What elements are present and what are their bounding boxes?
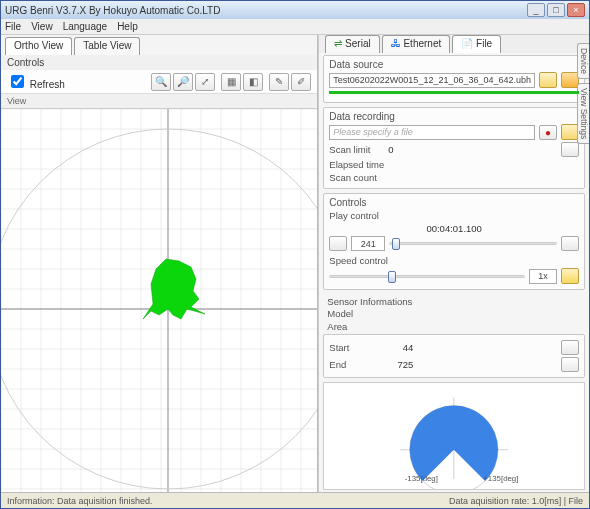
start-value: 44 — [373, 342, 413, 353]
left-tabs: Ortho View Table View — [1, 35, 317, 55]
left-panel: Ortho View Table View Controls Refresh 🔍… — [1, 35, 318, 492]
controls-title: Controls — [329, 197, 579, 208]
scan-count-label: Scan count — [329, 172, 377, 183]
menu-help[interactable]: Help — [117, 21, 138, 32]
data-recording-group: Data recording Please specify a file ● S… — [323, 107, 585, 189]
speed-slider-thumb[interactable] — [388, 271, 396, 283]
record-button[interactable]: ● — [539, 125, 557, 140]
menu-view[interactable]: View — [31, 21, 53, 32]
frame-field[interactable]: 241 — [351, 236, 385, 251]
ortho-grid-view[interactable] — [1, 108, 317, 492]
angle-fan-chart: -135[deg] +135[deg] — [323, 382, 585, 490]
view-toolbar: Refresh 🔍 🔎 ⤢ ▦ ◧ ✎ ✐ — [1, 70, 317, 94]
zoom-out-button[interactable]: 🔎 — [173, 73, 193, 91]
right-panel: Device View Settings ⇌ Serial 🖧 Ethernet… — [318, 35, 589, 492]
end-stepper[interactable] — [561, 357, 579, 372]
elapsed-time-label: Elapsed time — [329, 159, 384, 170]
play-controls-group: Controls Play control 00:04:01.100 241 S… — [323, 193, 585, 290]
model-label: Model — [319, 307, 589, 320]
menubar: File View Language Help — [1, 19, 589, 35]
tab-serial[interactable]: ⇌ Serial — [325, 35, 379, 53]
data-source-group: Data source Test06202022W0015_12_21_06_3… — [323, 55, 585, 103]
sensor-info-header: Sensor Informations — [319, 296, 589, 307]
status-left: Information: Data aquisition finished. — [7, 496, 153, 506]
tab-ethernet[interactable]: 🖧 Ethernet — [382, 35, 451, 53]
window-title: URG Benri V3.7.X By Hokuyo Automatic Co.… — [5, 5, 527, 16]
zoom-in-button[interactable]: 🔍 — [151, 73, 171, 91]
speed-reset-button[interactable] — [561, 268, 579, 284]
end-value: 725 — [373, 359, 413, 370]
tab-file[interactable]: 📄 File — [452, 35, 501, 53]
app-window: URG Benri V3.7.X By Hokuyo Automatic Co.… — [0, 0, 590, 509]
view-label: View — [1, 94, 317, 108]
edit-button-2[interactable]: ✐ — [291, 73, 311, 91]
fan-right-label: +135[deg] — [484, 474, 519, 483]
maximize-button[interactable]: □ — [547, 3, 565, 17]
tab-ortho-view[interactable]: Ortho View — [5, 37, 72, 55]
refresh-checkbox[interactable]: Refresh — [7, 72, 65, 91]
area-group: Start 44 End 725 — [323, 334, 585, 378]
area-label: Area — [319, 320, 589, 333]
status-right: Data aquisition rate: 1.0[ms] | File — [449, 496, 583, 506]
play-slider[interactable] — [389, 242, 557, 245]
controls-header: Controls — [1, 55, 317, 70]
recording-file-field[interactable]: Please specify a file — [329, 125, 535, 140]
play-slider-thumb[interactable] — [392, 238, 400, 250]
source-file-field[interactable]: Test06202022W0015_12_21_06_36_04_642.ubh — [329, 73, 535, 88]
speed-control-label: Speed control — [329, 255, 579, 266]
play-control-label: Play control — [329, 210, 579, 221]
end-label: End — [329, 359, 369, 370]
menu-language[interactable]: Language — [63, 21, 108, 32]
frame-next-button[interactable] — [561, 236, 579, 251]
scan-limit-value: 0 — [388, 144, 393, 155]
refresh-label: Refresh — [30, 79, 65, 90]
connection-tabs: ⇌ Serial 🖧 Ethernet 📄 File — [319, 35, 589, 53]
main-area: Ortho View Table View Controls Refresh 🔍… — [1, 35, 589, 492]
fan-svg: -135[deg] +135[deg] — [324, 383, 584, 489]
browse-source-button[interactable] — [539, 72, 557, 88]
scan-limit-label: Scan limit — [329, 144, 384, 155]
zoom-fit-button[interactable]: ⤢ — [195, 73, 215, 91]
speed-slider[interactable] — [329, 275, 525, 278]
start-label: Start — [329, 342, 369, 353]
refresh-check[interactable] — [11, 75, 24, 88]
grid-canvas-svg — [1, 109, 317, 492]
frame-prev-button[interactable] — [329, 236, 347, 251]
titlebar: URG Benri V3.7.X By Hokuyo Automatic Co.… — [1, 1, 589, 19]
timecode-value: 00:04:01.100 — [426, 223, 481, 234]
fan-left-label: -135[deg] — [405, 474, 438, 483]
status-bar: Information: Data aquisition finished. D… — [1, 492, 589, 508]
sidetab-device[interactable]: Device — [577, 43, 589, 79]
tab-table-view[interactable]: Table View — [74, 37, 140, 55]
edit-button-1[interactable]: ✎ — [269, 73, 289, 91]
grid-button-2[interactable]: ◧ — [243, 73, 263, 91]
start-stepper[interactable] — [561, 340, 579, 355]
data-recording-title: Data recording — [329, 111, 579, 122]
grid-button-1[interactable]: ▦ — [221, 73, 241, 91]
source-progress — [329, 91, 579, 94]
data-source-title: Data source — [329, 59, 579, 70]
menu-file[interactable]: File — [5, 21, 21, 32]
close-button[interactable]: × — [567, 3, 585, 17]
speed-value-field[interactable]: 1x — [529, 269, 557, 284]
minimize-button[interactable]: _ — [527, 3, 545, 17]
